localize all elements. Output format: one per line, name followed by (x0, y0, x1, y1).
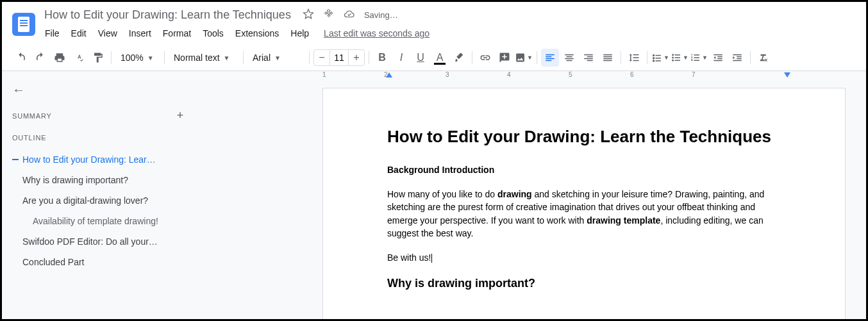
horizontal-ruler[interactable]: 1 2 3 4 5 6 7 (322, 71, 866, 81)
indent-increase-button[interactable] (728, 49, 746, 67)
outline-item[interactable]: Why is drawing important? (12, 170, 184, 190)
ruler-tick: 3 (446, 71, 449, 78)
menu-file[interactable]: File (40, 26, 64, 41)
doc-heading-1[interactable]: How to Edit your Drawing: Learn the Tech… (387, 127, 781, 147)
font-family-select[interactable]: Arial▼ (247, 49, 305, 67)
clear-formatting-button[interactable] (755, 49, 772, 67)
underline-button[interactable]: U (412, 49, 430, 67)
italic-button[interactable]: I (392, 49, 410, 67)
doc-paragraph[interactable]: Be with us! (387, 251, 781, 264)
add-summary-button[interactable]: + (177, 109, 184, 122)
undo-button[interactable] (12, 49, 30, 67)
menu-insert[interactable]: Insert (124, 26, 156, 41)
ruler-tick: 6 (630, 71, 634, 78)
bold-button[interactable]: B (373, 49, 391, 67)
ruler-tick: 2 (384, 71, 388, 78)
menu-format[interactable]: Format (158, 26, 196, 41)
menu-bar: File Edit View Insert Format Tools Exten… (40, 23, 856, 41)
outline-item[interactable]: How to Edit your Drawing: Lear… (12, 149, 184, 170)
svg-point-0 (672, 54, 674, 56)
toolbar: 100%▼ Normal text▼ Arial▼ − + B I U A ▼ … (2, 45, 866, 71)
highlight-button[interactable] (450, 49, 468, 67)
align-left-button[interactable] (541, 49, 559, 67)
move-icon[interactable] (323, 8, 335, 22)
align-right-button[interactable] (580, 49, 597, 67)
insert-image-button[interactable]: ▼ (515, 49, 533, 67)
doc-heading-2[interactable]: Background Introduction (387, 165, 781, 175)
bulleted-list-button[interactable]: ▼ (671, 49, 689, 67)
menu-edit[interactable]: Edit (67, 26, 91, 41)
outline-item[interactable]: Concluded Part (12, 252, 184, 272)
numbered-list-button[interactable]: ▼ (690, 49, 708, 67)
cloud-sync-icon (344, 8, 355, 22)
menu-extensions[interactable]: Extensions (231, 26, 283, 41)
doc-paragraph[interactable]: How many of you like to do drawing and s… (387, 188, 781, 240)
ruler-tick: 1 (322, 71, 326, 78)
text-color-button[interactable]: A (431, 49, 449, 67)
last-edit-link[interactable]: Last edit was seconds ago (324, 28, 430, 38)
outline-item[interactable]: Availability of template drawing! (12, 211, 184, 231)
ruler-indent-right-icon[interactable] (784, 72, 790, 78)
docs-logo[interactable] (12, 13, 35, 36)
menu-help[interactable]: Help (286, 26, 313, 41)
document-title[interactable]: How to Edit your Drawing: Learn the Tech… (40, 7, 295, 23)
document-page[interactable]: How to Edit your Drawing: Learn the Tech… (322, 88, 846, 319)
outline-sidebar: ← SUMMARY + OUTLINE How to Edit your Dra… (2, 71, 194, 319)
document-canvas[interactable]: 1 2 3 4 5 6 7 How to Edit your Drawing: … (194, 71, 866, 319)
ruler-tick: 5 (569, 71, 572, 78)
outline-heading: OUTLINE (12, 134, 184, 142)
font-size-decrease[interactable]: − (314, 50, 330, 65)
align-center-button[interactable] (560, 49, 578, 67)
doc-heading-3[interactable]: Why is drawing important? (387, 277, 781, 290)
outline-item[interactable]: Are you a digital-drawing lover? (12, 190, 184, 211)
checklist-button[interactable]: ▼ (651, 49, 669, 67)
paint-format-button[interactable] (89, 49, 107, 67)
zoom-select[interactable]: 100%▼ (115, 49, 160, 67)
back-arrow-icon[interactable]: ← (12, 83, 25, 97)
redo-button[interactable] (31, 49, 49, 67)
menu-tools[interactable]: Tools (198, 26, 228, 41)
paragraph-style-select[interactable]: Normal text▼ (169, 49, 239, 67)
saving-status: Saving… (364, 10, 398, 20)
insert-link-button[interactable] (476, 49, 494, 67)
font-size-input[interactable] (330, 50, 349, 65)
font-size-group: − + (313, 49, 365, 66)
line-spacing-button[interactable] (625, 49, 643, 67)
align-justify-button[interactable] (599, 49, 617, 67)
spellcheck-button[interactable] (70, 49, 88, 67)
summary-heading: SUMMARY (12, 112, 52, 120)
ruler-tick: 4 (507, 71, 511, 78)
svg-point-1 (672, 57, 674, 59)
ruler-tick: 7 (692, 71, 696, 78)
text-cursor-icon (431, 254, 432, 263)
menu-view[interactable]: View (94, 26, 122, 41)
font-size-increase[interactable]: + (349, 50, 364, 65)
outline-item[interactable]: Swifdoo PDF Editor: Do all your… (12, 231, 184, 252)
add-comment-button[interactable] (496, 49, 513, 67)
star-icon[interactable] (303, 8, 314, 22)
print-button[interactable] (51, 49, 69, 67)
indent-decrease-button[interactable] (709, 49, 727, 67)
svg-point-2 (672, 60, 674, 62)
